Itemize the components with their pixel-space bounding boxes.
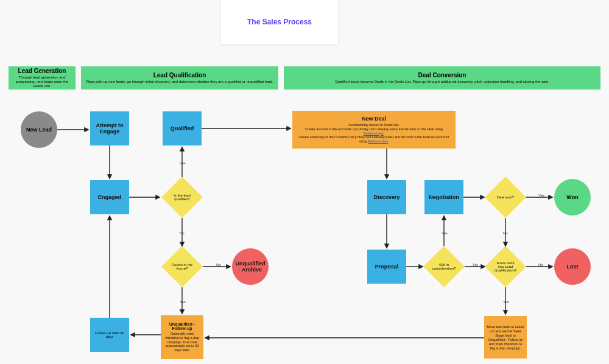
- node-label: Lost: [567, 264, 579, 270]
- phase-subtitle: Through lead generation and prospecting,…: [12, 75, 72, 89]
- edge-label-yes: Yes: [180, 300, 186, 304]
- node-revisit-future[interactable]: Revisit in the future?: [161, 246, 203, 287]
- edge-label-no: No: [180, 231, 185, 235]
- phase-lead-generation: Lead Generation Through lead generation …: [9, 66, 76, 89]
- diagram-title: The Sales Process: [221, 0, 338, 44]
- node-label: Still in consideration?: [432, 263, 456, 270]
- title-text: The Sales Process: [247, 18, 312, 26]
- edge-label-yes: Yes: [538, 194, 544, 197]
- edge-label-no: No: [473, 263, 478, 267]
- node-subtitle: Optionally mark checkbox to flag a drip …: [163, 332, 201, 352]
- node-label: Qualified: [171, 125, 194, 131]
- node-is-lead-qualified[interactable]: Is the lead qualified?: [161, 177, 203, 218]
- node-label: Follow-up after 30 days: [93, 331, 127, 338]
- node-won[interactable]: Won: [554, 179, 591, 215]
- phase-title: Deal Conversion: [418, 72, 466, 79]
- node-title: Unqualified - Follow-up: [163, 322, 201, 331]
- node-still-consideration[interactable]: Still in consideration?: [423, 246, 465, 287]
- node-label: Engaged: [98, 194, 121, 200]
- node-unqualified-follow-up[interactable]: Unqualified - Follow-up Optionally mark …: [161, 315, 203, 359]
- phase-deal-conversion: Deal Conversion Qualified leads become D…: [284, 66, 600, 89]
- edge-label-no: No: [216, 263, 221, 267]
- node-title: New Deal: [362, 116, 386, 122]
- node-new-deal[interactable]: New Deal Automatically moved to Deals Li…: [292, 111, 456, 149]
- node-negotiation[interactable]: Negotiation: [424, 180, 463, 214]
- node-lost[interactable]: Lost: [554, 248, 591, 285]
- relationships-link[interactable]: Relationships: [368, 139, 388, 143]
- node-unqualified-archive[interactable]: Unqualified - Archive: [232, 248, 269, 285]
- node-qualified[interactable]: Qualified: [163, 111, 202, 145]
- node-label: New Lead: [26, 127, 52, 133]
- node-label: Negotiation: [429, 194, 459, 200]
- node-proposal[interactable]: Proposal: [367, 250, 406, 284]
- edge-label-yes: Yes: [503, 300, 509, 304]
- node-move-task-back[interactable]: Move task back to Leads List and set the…: [484, 316, 527, 359]
- node-deal-won[interactable]: Deal won?: [485, 177, 526, 218]
- node-label: Unqualified - Archive: [234, 261, 266, 273]
- edge-label-yes: Yes: [442, 231, 448, 235]
- edge-label-no: No: [503, 231, 508, 235]
- node-subtitle: Move task back to Leads List and set the…: [487, 325, 524, 350]
- node-label: Revisit in the future?: [170, 263, 194, 270]
- edge-label-no: No: [538, 263, 543, 267]
- node-label: Deal won?: [493, 195, 518, 199]
- edge-label-yes: Yes: [180, 161, 186, 165]
- node-label: Discovery: [373, 194, 400, 200]
- relationships-link[interactable]: Relationships: [364, 131, 384, 135]
- phase-title: Lead Generation: [18, 68, 66, 74]
- node-subtitle: Automatically moved to Deals List. Creat…: [295, 123, 453, 144]
- node-engaged[interactable]: Engaged: [90, 180, 129, 214]
- node-label: Is the lead qualified?: [170, 194, 194, 201]
- node-label: Proposal: [375, 264, 399, 270]
- phase-subtitle: Reps pick up new leads, go through initi…: [86, 80, 273, 84]
- phase-title: Lead Qualification: [153, 72, 206, 79]
- node-new-lead[interactable]: New Lead: [21, 111, 57, 148]
- node-discovery[interactable]: Discovery: [367, 180, 406, 214]
- node-label: Move back into Lead Qualification?: [493, 261, 518, 272]
- node-move-back[interactable]: Move back into Lead Qualification?: [485, 246, 526, 287]
- node-label: Won: [566, 194, 578, 200]
- phase-lead-qualification: Lead Qualification Reps pick up new lead…: [81, 66, 278, 89]
- node-follow-up-30[interactable]: Follow-up after 30 days: [90, 318, 129, 352]
- node-label: Attempt to Engage: [93, 122, 127, 135]
- phase-subtitle: Qualified leads become Deals in the Deal…: [335, 80, 549, 84]
- node-attempt-engage[interactable]: Attempt to Engage: [90, 111, 129, 145]
